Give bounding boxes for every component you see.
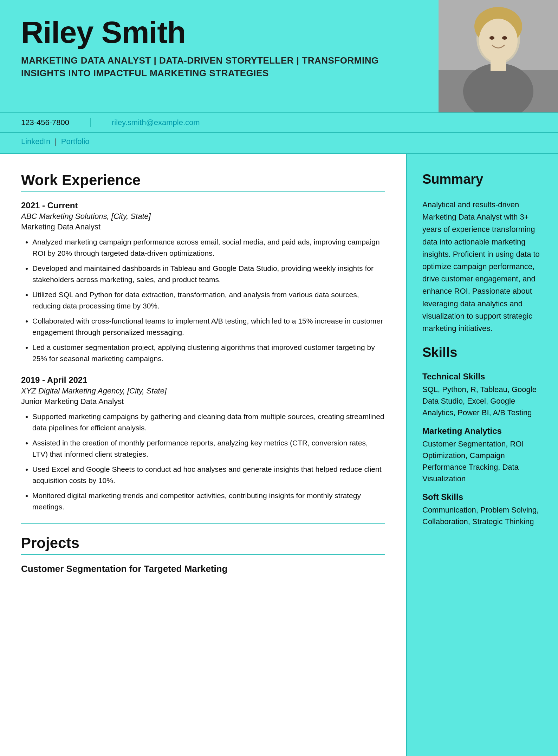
links-bar: LinkedIn | Portfolio: [0, 133, 558, 154]
skill-category-technical: Technical Skills SQL, Python, R, Tableau…: [422, 372, 543, 418]
soft-skills-title: Soft Skills: [422, 492, 543, 502]
job2-company: XYZ Digital Marketing Agency, [City, Sta…: [21, 386, 385, 396]
job1-period: 2021 - Current: [21, 201, 385, 210]
skills-title: Skills: [422, 345, 543, 363]
skill-category-soft: Soft Skills Communication, Problem Solvi…: [422, 492, 543, 527]
left-column: Work Experience 2021 - Current ABC Marke…: [0, 154, 407, 756]
main-body: Work Experience 2021 - Current ABC Marke…: [0, 154, 558, 756]
svg-point-7: [489, 36, 494, 40]
job2-bullets: Supported marketing campaigns by gatheri…: [32, 411, 385, 512]
resume-wrapper: Riley Smith MARKETING DATA ANALYST | DAT…: [0, 0, 558, 756]
list-item: Supported marketing campaigns by gatheri…: [32, 411, 385, 433]
list-item: Utilized SQL and Python for data extract…: [32, 289, 385, 311]
header-left: Riley Smith MARKETING DATA ANALYST | DAT…: [0, 0, 424, 112]
candidate-photo: [439, 0, 558, 112]
list-item: Monitored digital marketing trends and c…: [32, 490, 385, 512]
section-divider: [21, 523, 385, 524]
header: Riley Smith MARKETING DATA ANALYST | DAT…: [0, 0, 558, 112]
job1-company: ABC Marketing Solutions, [City, State]: [21, 212, 385, 221]
email-contact: riley.smith@example.com: [112, 118, 221, 127]
links-separator: |: [55, 137, 57, 146]
list-item: Analyzed marketing campaign performance …: [32, 236, 385, 259]
header-right: [424, 0, 558, 112]
soft-skills-list: Communication, Problem Solving, Collabor…: [422, 504, 543, 527]
project-1-title: Customer Segmentation for Targeted Marke…: [21, 563, 385, 574]
job1-role: Marketing Data Analyst: [21, 222, 385, 232]
list-item: Assisted in the creation of monthly perf…: [32, 437, 385, 460]
svg-point-4: [479, 19, 518, 62]
skills-section: Skills Technical Skills SQL, Python, R, …: [422, 345, 543, 527]
job1-bullets: Analyzed marketing campaign performance …: [32, 236, 385, 364]
summary-section: Summary Analytical and results-driven Ma…: [422, 172, 543, 334]
svg-rect-6: [491, 59, 506, 71]
list-item: Used Excel and Google Sheets to conduct …: [32, 464, 385, 486]
marketing-analytics-list: Customer Segmentation, ROI Optimization,…: [422, 438, 543, 484]
job2-role: Junior Marketing Data Analyst: [21, 397, 385, 406]
technical-skills-title: Technical Skills: [422, 372, 543, 382]
list-item: Developed and maintained dashboards in T…: [32, 263, 385, 285]
skill-category-marketing: Marketing Analytics Customer Segmentatio…: [422, 426, 543, 484]
job-block-2: 2019 - April 2021 XYZ Digital Marketing …: [21, 375, 385, 512]
candidate-name: Riley Smith: [21, 17, 403, 48]
projects-section: Projects Customer Segmentation for Targe…: [21, 535, 385, 574]
svg-point-8: [502, 36, 507, 40]
phone-contact: 123-456-7800: [21, 118, 91, 127]
summary-text: Analytical and results-driven Marketing …: [422, 198, 543, 334]
portfolio-link[interactable]: Portfolio: [61, 137, 90, 146]
email-link[interactable]: riley.smith@example.com: [112, 118, 200, 127]
list-item: Led a customer segmentation project, app…: [32, 342, 385, 364]
contact-bar: 123-456-7800 riley.smith@example.com: [0, 112, 558, 133]
projects-title: Projects: [21, 535, 385, 555]
linkedin-link[interactable]: LinkedIn: [21, 137, 50, 146]
job-block-1: 2021 - Current ABC Marketing Solutions, …: [21, 201, 385, 364]
marketing-analytics-title: Marketing Analytics: [422, 426, 543, 436]
candidate-title: MARKETING DATA ANALYST | DATA-DRIVEN STO…: [21, 54, 403, 80]
job2-period: 2019 - April 2021: [21, 375, 385, 385]
technical-skills-list: SQL, Python, R, Tableau, Google Data Stu…: [422, 384, 543, 418]
work-experience-section: Work Experience 2021 - Current ABC Marke…: [21, 172, 385, 512]
summary-title: Summary: [422, 172, 543, 190]
list-item: Collaborated with cross-functional teams…: [32, 315, 385, 338]
work-experience-title: Work Experience: [21, 172, 385, 192]
right-column: Summary Analytical and results-driven Ma…: [407, 154, 558, 756]
